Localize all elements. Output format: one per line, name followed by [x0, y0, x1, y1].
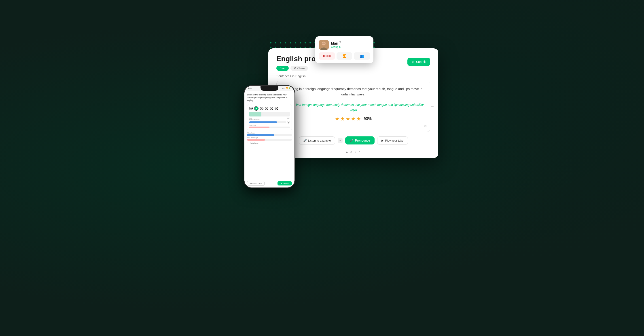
page-1[interactable]: 1 — [346, 150, 348, 153]
user-card: Mari ˅ Group C ⋮ REC 📶 👥 — [315, 36, 374, 63]
phone-instruction-text: Listen to the following audio and record… — [247, 93, 292, 102]
page-4[interactable]: 4 — [359, 150, 360, 153]
stop-button[interactable]: ⏹ — [265, 107, 268, 110]
phone-time: 9:41 — [248, 87, 252, 89]
users-button[interactable]: 👥 — [354, 52, 370, 60]
pronounce-button[interactable]: 🎤 Pronounce — [345, 136, 374, 144]
user-info: Mari ˅ Group C — [331, 41, 364, 49]
user-menu-button[interactable]: ⋮ — [366, 42, 370, 47]
rewind-button[interactable]: ⏮ — [249, 107, 253, 110]
next-sentence-button[interactable]: → — [430, 104, 434, 109]
track1-label: #1 Master track — [249, 119, 290, 120]
master-track-bar: + — [249, 121, 290, 124]
section-label: Sentences in English — [268, 74, 438, 78]
listen-dropdown-button[interactable]: ▾ — [338, 138, 342, 143]
star-1: ★ — [335, 116, 340, 122]
play-button[interactable]: ▶ — [254, 106, 258, 111]
grid-dot — [295, 42, 296, 44]
signal-button[interactable]: 📶 — [336, 52, 352, 60]
close-icon: ✕ — [294, 67, 296, 70]
master-track-fill — [249, 121, 277, 123]
phone-frame: 9:41 ●●● 📶 🔋 Listen to the following aud… — [244, 85, 295, 188]
grid-dot — [280, 42, 281, 44]
listen-example-button[interactable]: 🎤 Listen to example — [299, 136, 335, 145]
rec-button[interactable]: REC — [319, 52, 335, 60]
star-5-half: ★ — [356, 116, 361, 122]
card-tags: Start ✕ Close — [276, 66, 430, 71]
voice-insert-row: Voice insert — [247, 142, 292, 144]
track2-label: Last track — [249, 124, 290, 126]
sentence-original-text: Speaking in a foreign language frequentl… — [282, 86, 425, 97]
play-icon: ▶ — [382, 139, 384, 142]
sentence-recognition-text: speaking in a foreign language frequentl… — [282, 102, 425, 112]
master-track-knob[interactable]: + — [287, 121, 290, 124]
mixer-track-level — [247, 134, 292, 136]
play-take-button[interactable]: ▶ Play your take — [377, 136, 408, 145]
tag-close[interactable]: ✕ Close — [290, 66, 308, 71]
user-name: Mari ˅ — [331, 41, 364, 46]
mixer-track-label: Mixer track — [247, 132, 292, 134]
save-close-button[interactable]: Save and Close — [247, 181, 264, 186]
grid-dot — [304, 42, 306, 44]
phone-mixer: Mixer track Your recordings — [247, 132, 292, 144]
copy-icon[interactable]: ⧉ — [424, 124, 426, 128]
last-track-bar — [249, 126, 290, 128]
sentence-card: ← → Speaking in a foreign language frequ… — [276, 81, 430, 132]
grid-dot — [290, 42, 291, 44]
grid-dot — [285, 42, 286, 44]
audio-progress-bar — [249, 112, 262, 116]
phone-content: Listen to the following audio and record… — [244, 91, 294, 188]
mixer-track-bar — [247, 134, 292, 136]
recordings-level — [247, 139, 292, 141]
page-3[interactable]: 3 — [355, 150, 356, 153]
forward-button[interactable]: ⏭ — [274, 107, 278, 110]
score-percent: 93% — [364, 116, 372, 121]
tag-start[interactable]: Start — [276, 66, 289, 71]
master-track-level — [249, 121, 286, 123]
signal-icon: 📶 — [342, 54, 346, 58]
mic-icon: 🎤 — [303, 139, 307, 142]
grid-dot — [270, 42, 272, 44]
phone-status-icons: ●●● 📶 🔋 — [282, 87, 291, 89]
phone-audio-player: ⏮ ▶ ⏸ ⏹ ⏺ ⏭ 0:00 0:27 #1 — [247, 104, 292, 130]
record-button[interactable]: ⏺ — [270, 107, 273, 110]
audio-waveform — [249, 112, 290, 116]
last-track-fill — [249, 126, 270, 128]
rec-label: REC — [326, 55, 331, 57]
star-2: ★ — [340, 116, 345, 122]
phone-bottom-bar: Save and Close ➤ Submit — [244, 179, 294, 188]
phone-mockup: 9:41 ●●● 📶 🔋 Listen to the following aud… — [244, 85, 295, 188]
user-card-header: Mari ˅ Group C ⋮ — [319, 40, 370, 50]
grid-dot — [275, 42, 276, 44]
audio-time-display: 0:00 0:27 — [249, 117, 290, 119]
grid-dot — [270, 47, 272, 48]
caret-down-icon: ▾ — [340, 139, 341, 142]
user-group: Group C — [331, 46, 364, 49]
voice-insert-label: Voice insert — [250, 142, 258, 144]
mic-pronounce-icon: 🎤 — [350, 139, 354, 142]
your-recordings-label: Your recordings — [247, 137, 292, 138]
pause-button[interactable]: ⏸ — [260, 107, 264, 110]
grid-dot — [310, 42, 311, 44]
mixer-track-fill — [247, 134, 274, 136]
users-icon: 👥 — [360, 54, 364, 58]
avatar — [319, 40, 329, 50]
send-icon: ➤ — [412, 60, 414, 64]
score-stars-row: ★ ★ ★ ★ ★ 93% — [282, 116, 425, 122]
phone-send-icon: ➤ — [281, 182, 282, 184]
grid-dot — [374, 42, 375, 44]
recordings-fill — [247, 139, 265, 141]
last-track-level — [249, 126, 290, 128]
grid-dot — [300, 42, 301, 44]
phone-submit-button[interactable]: ➤ Submit — [278, 181, 292, 186]
page-2[interactable]: 2 — [350, 150, 352, 153]
recordings-bar — [247, 139, 292, 141]
star-4: ★ — [351, 116, 356, 122]
user-controls-bar: REC 📶 👥 — [319, 52, 370, 60]
avatar-image — [319, 40, 329, 50]
submit-button[interactable]: ➤ Submit — [408, 58, 430, 66]
voice-insert-checkbox[interactable] — [247, 142, 249, 144]
phone-screen: 9:41 ●●● 📶 🔋 Listen to the following aud… — [244, 86, 294, 188]
rec-dot-icon — [323, 55, 325, 57]
total-time: 0:27 — [287, 117, 290, 119]
